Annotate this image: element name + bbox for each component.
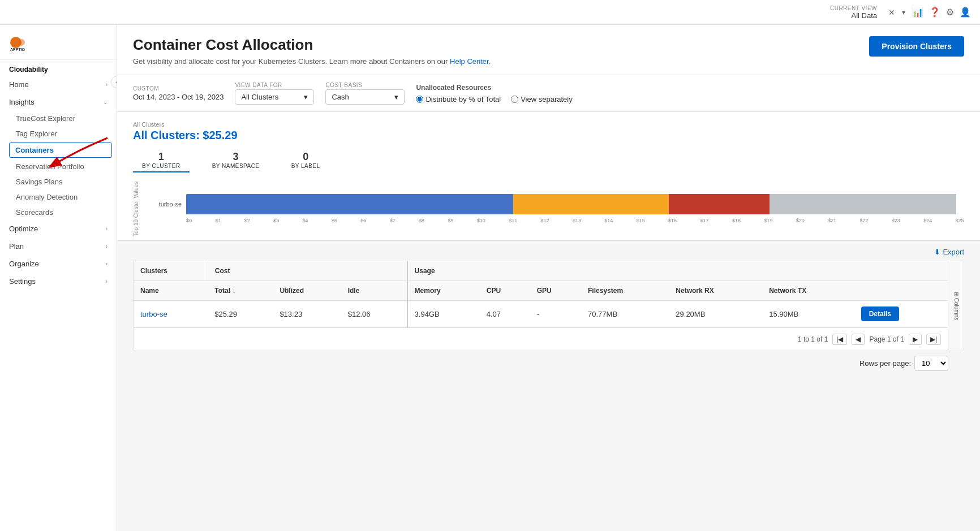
next-page-button[interactable]: ▶ [909, 334, 922, 345]
x-label-20: $20 [796, 218, 805, 223]
dropdown-arrow-icon: ▾ [304, 93, 308, 101]
sidebar-item-optimize[interactable]: Optimize › [0, 220, 117, 238]
x-label-21: $21 [828, 218, 836, 223]
cluster-link[interactable]: turbo-se [140, 310, 167, 318]
first-page-button[interactable]: |◀ [832, 334, 847, 345]
bar-segment-gray [770, 194, 956, 214]
table-section: ⬇ Export Clusters Cost Usage [117, 241, 980, 382]
bar-chart-icon[interactable]: 📊 [912, 7, 923, 18]
export-button[interactable]: ⬇ Export [934, 248, 964, 256]
sidebar-item-truecost[interactable]: TrueCost Explorer [0, 111, 117, 126]
tab-by-label[interactable]: 0 BY LABEL [282, 149, 329, 172]
sidebar-item-tag-explorer[interactable]: Tag Explorer [0, 126, 117, 141]
details-button[interactable]: Details [861, 306, 899, 321]
chevron-right-plan: › [106, 243, 108, 249]
prev-page-button[interactable]: ◀ [852, 334, 865, 345]
col-filesystem: Filesystem [581, 281, 669, 301]
cell-network-rx: 29.20MB [669, 301, 762, 327]
chevron-down-icon[interactable]: ▾ [902, 8, 905, 16]
date-label: CUSTOM [133, 85, 223, 92]
x-label-9: $9 [448, 218, 453, 223]
chevron-right-settings: › [106, 278, 108, 284]
x-label-5: $5 [332, 218, 337, 223]
x-label-10: $10 [477, 218, 485, 223]
x-label-25: $25 [956, 218, 964, 223]
sidebar: APPTIO an IBM Company Cloudability Home … [0, 25, 117, 531]
chevron-right-organize: › [106, 261, 108, 267]
provision-clusters-button[interactable]: Provision Clusters [869, 36, 964, 57]
x-label-11: $11 [509, 218, 517, 223]
top-bar-icons: 📊 ❓ ⚙ 👤 [912, 7, 971, 18]
pagination-info: 1 to 1 of 1 [798, 335, 828, 343]
by-label-count: 0 [303, 151, 308, 163]
rows-per-page-select[interactable]: 10 25 50 100 [914, 356, 948, 371]
x-label-19: $19 [764, 218, 772, 223]
col-cpu: CPU [480, 281, 530, 301]
radio-separate[interactable]: View separately [511, 95, 573, 103]
date-filter: CUSTOM Oct 14, 2023 - Oct 19, 2023 [133, 85, 223, 101]
x-label-12: $12 [541, 218, 549, 223]
cell-memory: 3.94GB [407, 301, 480, 327]
x-label-13: $13 [573, 218, 581, 223]
top-bar: CURRENT VIEW All Data ✕ ▾ 📊 ❓ ⚙ 👤 [0, 0, 980, 25]
current-view-value: All Data [830, 11, 877, 20]
cell-total: $25.29 [208, 301, 273, 327]
x-label-24: $24 [923, 218, 932, 223]
date-value[interactable]: Oct 14, 2023 - Oct 19, 2023 [133, 93, 223, 101]
col-group-cost: Cost [208, 261, 407, 281]
columns-label: ⊞ Columns [953, 292, 960, 320]
cell-idle: $12.06 [341, 301, 407, 327]
col-network-rx: Network RX [669, 281, 762, 301]
sidebar-item-containers[interactable]: Containers [9, 143, 112, 158]
radio-distribute[interactable]: Distribute by % of Total [416, 95, 501, 103]
columns-side-button[interactable]: ⊞ Columns [949, 261, 964, 351]
insights-label: Insights [9, 98, 35, 106]
export-row: ⬇ Export [133, 248, 964, 256]
chart-heading: All Clusters: $25.29 [133, 129, 964, 142]
by-cluster-label: BY CLUSTER [142, 163, 180, 169]
unallocated-radio-group: Distribute by % of Total View separately [416, 95, 572, 103]
table-wrapper: Clusters Cost Usage Name Total ↓ Utilize… [133, 261, 964, 351]
rows-per-page-label: Rows per page: [859, 359, 911, 368]
optimize-label: Optimize [9, 225, 38, 233]
x-label-23: $23 [892, 218, 900, 223]
help-icon[interactable]: ❓ [929, 7, 940, 18]
cloudability-label: Cloudability [0, 60, 117, 76]
col-header-row: Name Total ↓ Utilized Idle Memory CPU GP… [134, 281, 948, 301]
x-axis: $0 $1 $2 $3 $4 $5 $6 $7 $8 $9 $10 $11 [145, 218, 964, 223]
sidebar-item-scorecards[interactable]: Scorecards [0, 205, 117, 220]
tab-by-namespace[interactable]: 3 BY NAMESPACE [203, 149, 269, 172]
view-data-select[interactable]: All Clusters ▾ [235, 89, 314, 105]
sidebar-item-savings[interactable]: Savings Plans [0, 174, 117, 189]
sidebar-item-home[interactable]: Home › [0, 76, 117, 93]
download-icon: ⬇ [934, 248, 940, 256]
sidebar-item-organize[interactable]: Organize › [0, 255, 117, 273]
sidebar-item-insights[interactable]: Insights ⌄ [0, 93, 117, 111]
col-total[interactable]: Total ↓ [208, 281, 273, 301]
x-label-7: $7 [390, 218, 396, 223]
tab-by-cluster[interactable]: 1 BY CLUSTER [133, 149, 190, 172]
sidebar-item-anomaly[interactable]: Anomaly Detection [0, 189, 117, 205]
sidebar-item-reservation[interactable]: Reservation Portfolio [0, 159, 117, 174]
cost-basis-select[interactable]: Cash ▾ [325, 89, 405, 105]
cell-cpu: 4.07 [480, 301, 530, 327]
user-icon[interactable]: 👤 [960, 7, 971, 18]
settings-icon[interactable]: ⚙ [946, 7, 954, 18]
sidebar-item-plan[interactable]: Plan › [0, 238, 117, 255]
close-icon[interactable]: ✕ [888, 8, 895, 17]
by-namespace-label: BY NAMESPACE [212, 163, 260, 169]
page-title: Container Cost Allocation [133, 36, 491, 54]
by-label-label: BY LABEL [291, 163, 320, 169]
cell-details: Details [854, 301, 948, 327]
organize-label: Organize [9, 260, 39, 268]
current-view-block: CURRENT VIEW All Data [830, 5, 877, 20]
page-info: Page 1 of 1 [869, 335, 904, 343]
bar-segment-orange [513, 194, 669, 214]
bar-chart-area: turbo-se $0 $1 $2 [145, 194, 964, 223]
x-label-16: $16 [668, 218, 677, 223]
table-row: turbo-se $25.29 $13.23 $12.06 3.94GB 4.0… [134, 301, 948, 327]
help-center-link[interactable]: Help Center [450, 57, 489, 66]
last-page-button[interactable]: ▶| [926, 334, 941, 345]
col-idle: Idle [341, 281, 407, 301]
sidebar-item-settings[interactable]: Settings › [0, 273, 117, 290]
